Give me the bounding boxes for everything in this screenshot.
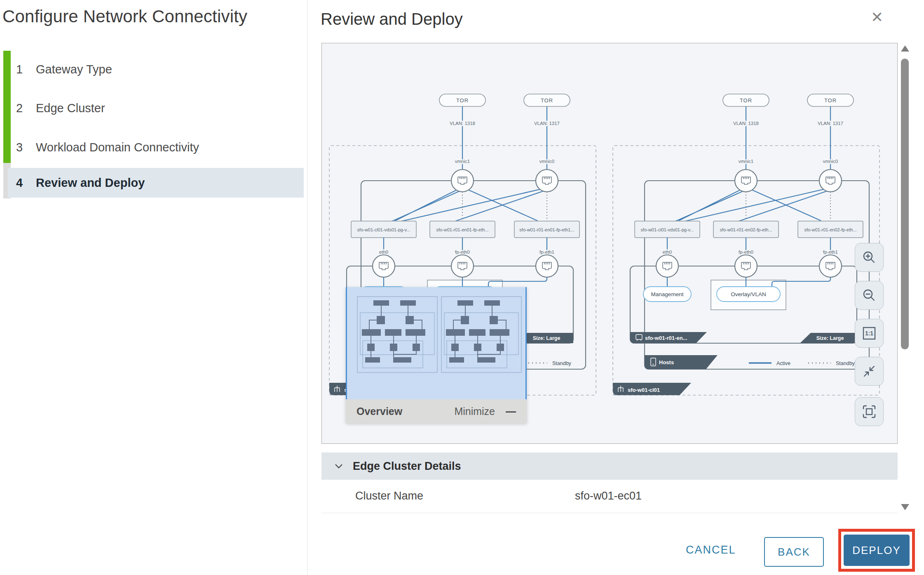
edge-nic-port-icon: [373, 255, 395, 277]
fit-to-screen-icon: [861, 403, 877, 420]
sidebar-step-gateway-type[interactable]: 1 Gateway Type: [8, 54, 304, 84]
vmnic-port-icon: [451, 170, 474, 192]
vlan-label: VLAN: 1318: [733, 121, 759, 126]
deploy-highlight-box: DEPLOY: [838, 529, 915, 572]
legend-standby-label: Standby: [552, 361, 572, 366]
wizard-sidebar: Configure Network Connectivity 1 Gateway…: [0, 0, 307, 575]
back-button[interactable]: BACK: [764, 537, 824, 567]
edge-nic-label: eth0: [379, 250, 388, 255]
vlan-label: VLAN: 1317: [534, 121, 560, 126]
edge-nic-label: fp-eth0: [455, 250, 470, 255]
step-label: Workload Domain Connectivity: [36, 141, 199, 154]
portgroup-label: sfo-w01-r01-en01-fp-eth...: [436, 227, 488, 232]
nic-teaming-lines: [389, 189, 545, 222]
step-number: 2: [16, 101, 30, 115]
edge-nic-label: fp-eth0: [739, 250, 753, 255]
section-title: Edge Cluster Details: [353, 460, 461, 473]
portgroup-label: sfo-w01-r01-en02-fp-eth...: [720, 227, 772, 232]
edge-nic-label: eth0: [663, 250, 672, 255]
scrollbar-thumb[interactable]: [901, 59, 909, 349]
collapse-icon: [861, 363, 877, 379]
close-icon[interactable]: ✕: [868, 8, 886, 26]
edge-nic-label: fp-eth1: [823, 250, 838, 255]
zoom-out-button[interactable]: [855, 281, 884, 310]
vmnic-port-icon: [819, 170, 842, 192]
sidebar-step-review-and-deploy[interactable]: 4 Review and Deploy: [8, 168, 304, 198]
minimap-viewport[interactable]: [346, 287, 527, 399]
step-label: Review and Deploy: [36, 176, 145, 190]
minimap-thumbnail: [357, 296, 438, 373]
portgroup-label: sfo-w01-cl01-vds01-pg-v...: [357, 227, 410, 232]
legend-standby-label: Standby: [836, 361, 855, 366]
hosts-tab-label: Hosts: [659, 359, 674, 365]
step-number: 1: [16, 63, 30, 76]
minimize-icon: —: [506, 405, 516, 417]
step-number: 4: [16, 176, 30, 190]
zoom-in-icon: [861, 250, 877, 265]
edge-nic-port-icon: [451, 255, 474, 277]
edge-nic-port-icon: [819, 255, 842, 277]
portgroup-label: sfo-w01-cl01-vds01-pg-v...: [641, 227, 694, 232]
tor-label: TOR: [456, 97, 469, 104]
minimap-minimize-button[interactable]: Minimize —: [454, 405, 516, 417]
network-topology-canvas[interactable]: TOR TOR VLAN: 1318 VLAN: 1317 vmnic1 vmn…: [321, 43, 898, 444]
cancel-button[interactable]: CANCEL: [686, 544, 736, 556]
edge-cluster-details-header[interactable]: Edge Cluster Details: [321, 452, 898, 480]
zoom-in-button[interactable]: [855, 243, 884, 272]
minimize-label: Minimize: [454, 405, 495, 417]
legend-active-label: Active: [776, 361, 790, 366]
step-label: Gateway Type: [36, 63, 112, 76]
tor-label: TOR: [541, 97, 553, 104]
scroll-down-arrow[interactable]: [901, 504, 909, 510]
management-label: Management: [651, 291, 684, 297]
tor-label: TOR: [740, 97, 752, 104]
step-label: Edge Cluster: [36, 101, 105, 115]
svg-text:1:1: 1:1: [865, 330, 873, 337]
detail-row-cluster-name: Cluster Name sfo-w01-ec01: [321, 480, 898, 513]
minimap-toolbar: Overview Minimize —: [346, 399, 527, 423]
configure-network-connectivity-wizard: Configure Network Connectivity 1 Gateway…: [0, 0, 924, 575]
portgroup-label: sfo-w01-r01-en01-fp-eth1...: [519, 227, 574, 232]
size-badge-label: Size: Large: [816, 335, 844, 341]
edge-nic-label: fp-eth1: [539, 250, 554, 255]
row-value: sfo-w01-ec01: [575, 490, 642, 502]
collapse-view-button[interactable]: [855, 357, 884, 386]
edge-nic-port-icon: [536, 255, 558, 277]
overlay-vlan-label: Overlay/VLAN: [731, 291, 766, 297]
tor-label: TOR: [824, 97, 837, 104]
cluster-diagram-en02: TOR TOR VLAN: 1318 VLAN: 1317 vmnic1 vmn…: [613, 94, 879, 395]
page-title: Review and Deploy: [321, 10, 463, 28]
vmnic-label: vmnic0: [823, 159, 838, 164]
zoom-reset-button[interactable]: 1:1: [855, 319, 884, 348]
minimap-thumbnail: [441, 296, 522, 373]
step-number: 3: [16, 141, 30, 154]
uplink-lines: [746, 106, 830, 170]
row-label: Cluster Name: [355, 490, 423, 502]
vmnic-label: vmnic1: [455, 159, 470, 164]
vlan-label: VLAN: 1317: [818, 121, 843, 126]
zoom-out-icon: [861, 288, 877, 303]
chevron-down-icon: [334, 462, 344, 470]
size-badge-label: Size: Large: [533, 335, 560, 341]
portgroup-label: sfo-w01-r01-en02-fp-eth...: [804, 227, 856, 232]
scroll-up-arrow[interactable]: [901, 45, 909, 52]
deploy-button[interactable]: DEPLOY: [844, 535, 910, 566]
wizard-title: Configure Network Connectivity: [2, 7, 299, 26]
edge-nic-port-icon: [656, 255, 678, 277]
vmnic-port-icon: [735, 170, 757, 192]
minimap-overview-panel: Overview Minimize —: [346, 287, 527, 423]
sidebar-step-workload-domain-connectivity[interactable]: 3 Workload Domain Connectivity: [8, 132, 304, 162]
vmnic-port-icon: [536, 170, 558, 192]
vlan-label: VLAN: 1318: [450, 121, 475, 126]
minimap-title: Overview: [356, 405, 402, 417]
vmnic-label: vmnic1: [739, 159, 753, 164]
sidebar-step-edge-cluster[interactable]: 2 Edge Cluster: [8, 93, 304, 123]
nic-teaming-lines: [673, 189, 828, 222]
edge-nic-port-icon: [735, 255, 757, 277]
fit-to-screen-button[interactable]: [855, 397, 884, 426]
cluster-tag-label: sfo-w01-cl01: [628, 387, 660, 393]
edge-node-tag-label: sfo-w01-r01-en...: [645, 335, 687, 341]
one-to-one-icon: 1:1: [861, 325, 877, 342]
vmnic-label: vmnic0: [539, 159, 554, 164]
uplink-lines: [462, 106, 547, 170]
